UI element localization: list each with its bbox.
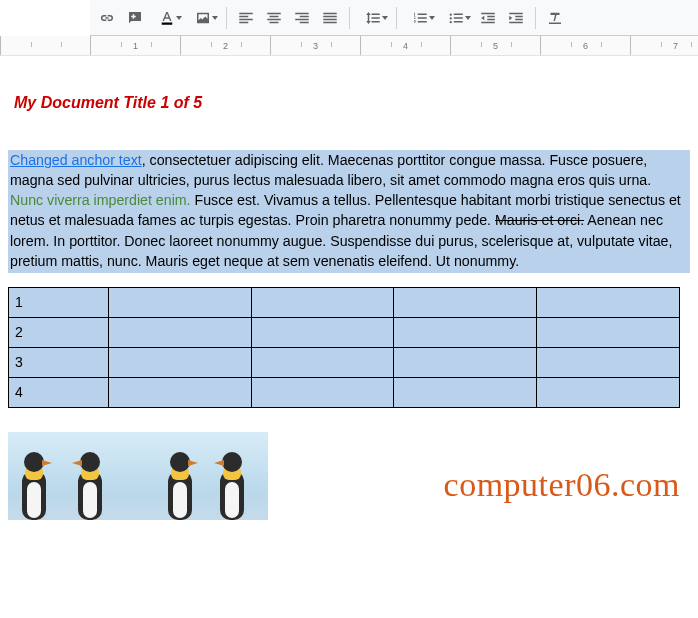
strikethrough-text[interactable]: Mauris et orci.: [495, 212, 584, 228]
table-cell[interactable]: [537, 347, 680, 377]
document-title[interactable]: My Document Title 1 of 5: [14, 94, 690, 112]
ruler-unit: 2: [180, 36, 270, 55]
table-cell[interactable]: 2: [9, 317, 109, 347]
penguin-icon: [158, 448, 202, 520]
table-row[interactable]: 3: [9, 347, 680, 377]
ruler-unit: 5: [450, 36, 540, 55]
insert-link-button[interactable]: [94, 5, 120, 31]
table-cell[interactable]: [394, 287, 537, 317]
colored-text[interactable]: Nunc viverra imperdiet enim.: [10, 192, 191, 208]
numbered-list-button[interactable]: [403, 5, 437, 31]
table-cell[interactable]: [251, 287, 394, 317]
add-comment-button[interactable]: [122, 5, 148, 31]
align-center-button[interactable]: [261, 5, 287, 31]
ruler-unit: [0, 36, 90, 55]
align-left-button[interactable]: [233, 5, 259, 31]
hyperlink[interactable]: Changed anchor text: [10, 152, 142, 168]
table-cell[interactable]: 3: [9, 347, 109, 377]
table-row[interactable]: 4: [9, 377, 680, 407]
increase-indent-button[interactable]: [503, 5, 529, 31]
table-cell[interactable]: [394, 377, 537, 407]
page-footer-area: computer06.com: [8, 432, 690, 520]
table-cell[interactable]: 1: [9, 287, 109, 317]
table-cell[interactable]: [394, 317, 537, 347]
table-row[interactable]: 1: [9, 287, 680, 317]
clear-formatting-button[interactable]: [542, 5, 568, 31]
table-cell[interactable]: [108, 377, 251, 407]
table-cell[interactable]: [394, 347, 537, 377]
ruler-unit: 3: [270, 36, 360, 55]
toolbar-separator: [226, 7, 227, 29]
table-cell[interactable]: [537, 317, 680, 347]
ruler-unit: 4: [360, 36, 450, 55]
svg-rect-0: [162, 22, 173, 24]
watermark-text: computer06.com: [444, 466, 680, 504]
table-row[interactable]: 2: [9, 317, 680, 347]
formatting-toolbar: [90, 0, 698, 36]
align-justify-button[interactable]: [317, 5, 343, 31]
line-spacing-button[interactable]: [356, 5, 390, 31]
insert-image-button[interactable]: [186, 5, 220, 31]
ruler-unit: 1: [90, 36, 180, 55]
table-cell[interactable]: [251, 347, 394, 377]
penguin-icon: [12, 448, 56, 520]
toolbar-separator: [396, 7, 397, 29]
bulleted-list-button[interactable]: [439, 5, 473, 31]
table-cell[interactable]: [537, 377, 680, 407]
table-cell[interactable]: [251, 317, 394, 347]
document-page[interactable]: My Document Title 1 of 5 Changed anchor …: [0, 56, 698, 520]
table-cell[interactable]: [108, 347, 251, 377]
align-right-button[interactable]: [289, 5, 315, 31]
document-table[interactable]: 1 2 3 4: [8, 287, 680, 408]
table-cell[interactable]: [251, 377, 394, 407]
table-cell[interactable]: [537, 287, 680, 317]
ruler-unit: 7: [630, 36, 698, 55]
ruler-unit: 6: [540, 36, 630, 55]
table-cell[interactable]: [108, 287, 251, 317]
toolbar-separator: [535, 7, 536, 29]
table-cell[interactable]: [108, 317, 251, 347]
horizontal-ruler[interactable]: 1 2 3 4 5 6 7: [0, 36, 698, 56]
text-color-button[interactable]: [150, 5, 184, 31]
penguin-icon: [210, 448, 254, 520]
table-cell[interactable]: 4: [9, 377, 109, 407]
penguin-icon: [68, 448, 112, 520]
body-paragraph[interactable]: Changed anchor text, consectetuer adipis…: [8, 150, 690, 273]
decrease-indent-button[interactable]: [475, 5, 501, 31]
embedded-image[interactable]: [8, 432, 268, 520]
toolbar-separator: [349, 7, 350, 29]
